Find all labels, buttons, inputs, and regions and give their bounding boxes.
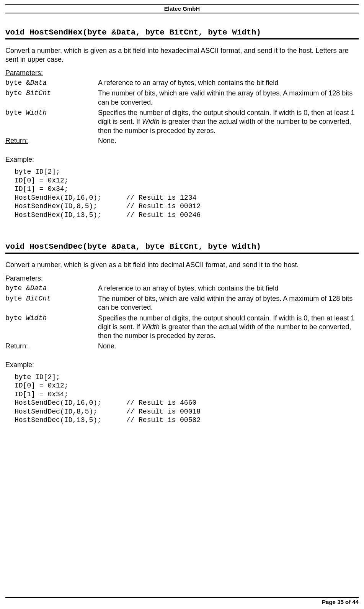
func-desc: Convert a number, which is given as a bi…	[5, 261, 359, 269]
param-desc: The number of bits, which are valid with…	[98, 89, 359, 107]
header-rule	[5, 13, 359, 13]
func-signature-hex: void HostSendHex(byte &Data, byte BitCnt…	[5, 28, 359, 39]
code-block: byte ID[2]; ID[0] = 0x12; ID[1] = 0x34; …	[15, 373, 359, 425]
param-name: byte &Data	[5, 79, 98, 87]
param-desc: A reference to an array of bytes, which …	[98, 284, 359, 293]
example-label: Example:	[5, 361, 359, 369]
func-signature-dec: void HostSendDec(byte &Data, byte BitCnt…	[5, 242, 359, 254]
param-name: byte Width	[5, 108, 98, 135]
param-row: byte Width Specifies the number of digit…	[5, 314, 359, 341]
top-rule	[5, 4, 359, 5]
return-label: Return:	[5, 137, 98, 145]
param-name: byte &Data	[5, 284, 98, 293]
param-row: byte &Data A reference to an array of by…	[5, 284, 359, 293]
header-company: Elatec GmbH	[5, 5, 359, 12]
param-name: byte BitCnt	[5, 89, 98, 107]
param-desc: Specifies the number of digits, the outp…	[98, 314, 359, 341]
return-label: Return:	[5, 342, 98, 350]
param-name: byte BitCnt	[5, 294, 98, 312]
param-row: byte &Data A reference to an array of by…	[5, 79, 359, 87]
return-value: None.	[98, 137, 116, 145]
param-name: byte Width	[5, 314, 98, 341]
code-block: byte ID[2]; ID[0] = 0x12; ID[1] = 0x34; …	[15, 167, 359, 219]
param-row: byte Width Specifies the number of digit…	[5, 108, 359, 135]
param-row: byte BitCnt The number of bits, which ar…	[5, 89, 359, 107]
parameters-heading: Parameters:	[5, 69, 359, 77]
return-row: Return: None.	[5, 137, 359, 145]
param-desc: Specifies the number of digits, the outp…	[98, 108, 359, 135]
func-desc: Convert a number, which is given as a bi…	[5, 46, 359, 64]
footer-rule	[5, 597, 359, 598]
param-desc: A reference to an array of bytes, which …	[98, 79, 359, 87]
return-value: None.	[98, 342, 116, 350]
param-row: byte BitCnt The number of bits, which ar…	[5, 294, 359, 312]
parameters-heading: Parameters:	[5, 274, 359, 282]
example-label: Example:	[5, 156, 359, 164]
page-number: Page 35 of 44	[5, 599, 359, 605]
param-desc: The number of bits, which are valid with…	[98, 294, 359, 312]
page: Elatec GmbH void HostSendHex(byte &Data,…	[0, 0, 364, 609]
return-row: Return: None.	[5, 342, 359, 350]
footer: Page 35 of 44	[5, 597, 359, 605]
